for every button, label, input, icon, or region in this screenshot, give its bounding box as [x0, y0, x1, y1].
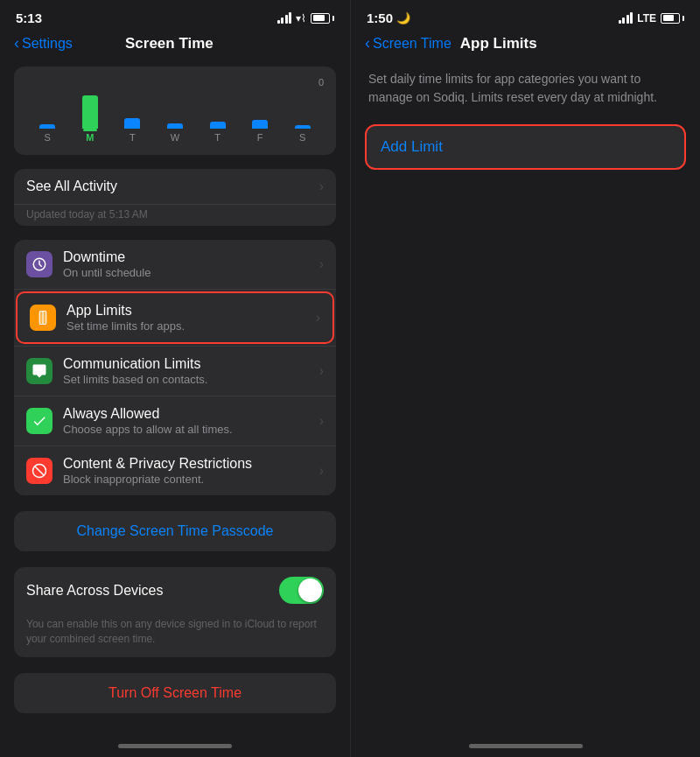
- left-page-title: Screen Time: [73, 35, 266, 53]
- chart-day-m: M: [77, 132, 103, 143]
- right-back-label: Screen Time: [373, 36, 452, 52]
- left-home-indicator: [0, 737, 350, 757]
- always-allowed-subtitle: Choose apps to allow at all times.: [63, 423, 314, 436]
- change-passcode-section: Change Screen Time Passcode: [14, 511, 336, 551]
- downtime-text: Downtime On until schedule: [63, 249, 314, 279]
- right-status-icons: LTE: [619, 12, 684, 25]
- communication-limits-subtitle: Set limits based on contacts.: [63, 373, 314, 386]
- right-home-indicator: [351, 737, 700, 757]
- add-limit-button[interactable]: Add Limit: [367, 126, 684, 168]
- left-home-bar: [118, 744, 232, 748]
- chart-day-w: W: [162, 132, 188, 143]
- communication-limits-title: Communication Limits: [63, 356, 314, 372]
- content-privacy-subtitle: Block inappropriate content.: [63, 473, 314, 486]
- chart-bar-s1: [34, 124, 60, 129]
- right-home-bar: [469, 744, 583, 748]
- downtime-icon: [26, 251, 52, 277]
- right-nav-bar: ‹ Screen Time App Limits: [351, 31, 700, 60]
- app-limits-description: Set daily time limits for app categories…: [368, 70, 682, 107]
- battery-icon: [311, 13, 334, 24]
- chart-bar-w: [162, 123, 188, 129]
- app-limits-icon: [30, 305, 56, 331]
- content-privacy-text: Content & Privacy Restrictions Block ina…: [63, 456, 314, 486]
- right-signal-icon: [619, 12, 634, 24]
- menu-section: Downtime On until schedule › App Limits …: [14, 240, 336, 495]
- always-allowed-row[interactable]: Always Allowed Choose apps to allow at a…: [14, 396, 336, 446]
- downtime-row[interactable]: Downtime On until schedule ›: [14, 240, 336, 290]
- updated-text: Updated today at 5:13 AM: [14, 205, 336, 226]
- chart-days-row: S M T W T F S: [26, 132, 324, 143]
- share-devices-toggle[interactable]: [279, 577, 324, 604]
- right-time: 1:50: [367, 11, 393, 25]
- share-devices-row: Share Across Devices: [14, 567, 336, 613]
- left-back-label: Settings: [22, 36, 73, 52]
- chart-day-t1: T: [119, 132, 145, 143]
- add-limit-section: Add Limit: [365, 124, 686, 170]
- chart-day-s2: S: [290, 132, 316, 143]
- communication-limits-chevron-icon: ›: [319, 363, 324, 379]
- right-panel: 1:50 🌙 LTE ‹ Screen Time App Limits: [350, 0, 700, 757]
- share-devices-section: Share Across Devices You can enable this…: [14, 567, 336, 657]
- right-page-title: App Limits: [460, 35, 686, 53]
- downtime-title: Downtime: [63, 249, 314, 265]
- chart-zero-label: 0: [26, 77, 324, 88]
- chart-day-f: F: [247, 132, 273, 143]
- turn-off-section: Turn Off Screen Time: [14, 673, 336, 713]
- always-allowed-text: Always Allowed Choose apps to allow at a…: [63, 406, 314, 436]
- see-all-activity-section: See All Activity › Updated today at 5:13…: [14, 169, 336, 226]
- right-back-arrow-icon: ‹: [365, 34, 370, 53]
- left-time: 5:13: [16, 11, 42, 25]
- see-all-chevron-icon: ›: [319, 179, 324, 194]
- chart-bars: [26, 89, 324, 129]
- downtime-subtitle: On until schedule: [63, 266, 314, 279]
- share-devices-label: Share Across Devices: [26, 583, 279, 599]
- always-allowed-title: Always Allowed: [63, 406, 314, 422]
- app-limits-row[interactable]: App Limits Set time limits for apps. ›: [18, 293, 332, 342]
- chart-bar-s2: [290, 125, 316, 129]
- content-privacy-title: Content & Privacy Restrictions: [63, 456, 314, 472]
- app-limits-highlight-box: App Limits Set time limits for apps. ›: [16, 291, 334, 344]
- app-limits-text: App Limits Set time limits for apps.: [66, 303, 311, 333]
- communication-limits-text: Communication Limits Set limits based on…: [63, 356, 314, 386]
- chart-bar-f: [247, 120, 273, 129]
- communication-limits-row[interactable]: Communication Limits Set limits based on…: [14, 347, 336, 396]
- moon-icon: 🌙: [396, 11, 410, 25]
- app-limits-subtitle: Set time limits for apps.: [66, 319, 311, 333]
- activity-chart: 0 S: [14, 67, 336, 155]
- wifi-icon: ▾⌇: [296, 12, 306, 25]
- left-status-bar: 5:13 ▾⌇: [0, 0, 350, 31]
- change-passcode-button[interactable]: Change Screen Time Passcode: [14, 511, 336, 551]
- downtime-chevron-icon: ›: [319, 256, 324, 272]
- chart-bar-t2: [205, 122, 231, 129]
- app-limits-title: App Limits: [66, 303, 311, 319]
- svg-line-5: [35, 466, 45, 476]
- toggle-thumb: [298, 578, 322, 602]
- left-back-button[interactable]: ‹ Settings: [14, 34, 73, 53]
- content-privacy-icon: [26, 458, 52, 484]
- left-back-arrow-icon: ‹: [14, 34, 19, 53]
- always-allowed-icon: [26, 408, 52, 434]
- left-panel: 5:13 ▾⌇ ‹ Settings Screen Time: [0, 0, 350, 757]
- communication-limits-icon: [26, 358, 52, 384]
- turn-off-button[interactable]: Turn Off Screen Time: [14, 673, 336, 713]
- app-limits-chevron-icon: ›: [316, 310, 320, 326]
- content-privacy-chevron-icon: ›: [319, 463, 324, 479]
- left-status-icons: ▾⌇: [277, 12, 335, 25]
- signal-icon: [277, 12, 292, 24]
- right-battery-icon: [661, 13, 684, 24]
- content-privacy-row[interactable]: Content & Privacy Restrictions Block ina…: [14, 446, 336, 495]
- always-allowed-chevron-icon: ›: [319, 413, 324, 429]
- chart-day-s1: S: [34, 132, 60, 143]
- see-all-row[interactable]: See All Activity ›: [14, 169, 336, 205]
- left-nav-bar: ‹ Settings Screen Time: [0, 31, 350, 60]
- share-devices-description: You can enable this on any device signed…: [14, 613, 336, 657]
- chart-day-t2: T: [205, 132, 231, 143]
- lte-icon: LTE: [637, 12, 656, 25]
- chart-bar-m: [77, 95, 103, 129]
- right-back-button[interactable]: ‹ Screen Time: [365, 34, 452, 53]
- add-limit-label: Add Limit: [381, 138, 443, 155]
- see-all-label: See All Activity: [26, 179, 314, 194]
- chart-bar-t1: [119, 118, 145, 129]
- right-status-bar: 1:50 🌙 LTE: [351, 0, 700, 31]
